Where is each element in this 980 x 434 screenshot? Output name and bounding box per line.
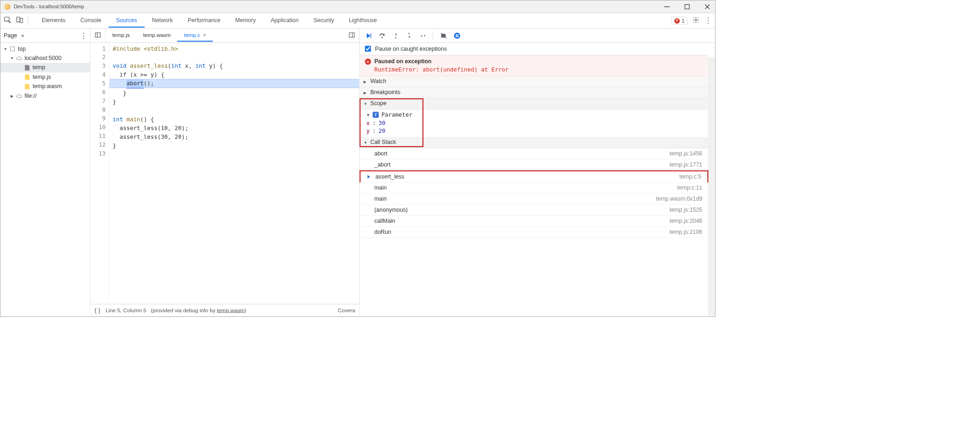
error-count: 1 (681, 18, 684, 24)
svg-rect-8 (349, 33, 354, 37)
svg-point-5 (695, 19, 697, 21)
step-over-button[interactable] (378, 31, 387, 40)
svg-point-13 (408, 33, 410, 34)
inspect-element-icon[interactable] (4, 16, 11, 25)
callstack-frame[interactable]: _abort temp.js:1771 (359, 159, 708, 170)
tree-file-temp-wasm[interactable]: temp.wasm (0, 82, 90, 91)
cursor-position: Line 5, Column 5 (106, 307, 146, 313)
function-badge-icon: f (373, 112, 379, 118)
scrollbar[interactable] (708, 57, 715, 316)
editor-tab-temp-js[interactable]: temp.js (106, 30, 136, 42)
scope-var-y[interactable]: y: 20 (359, 127, 708, 135)
svg-point-14 (424, 35, 425, 36)
editor-tab-temp-wasm[interactable]: temp.wasm (136, 30, 177, 42)
tab-lighthouse[interactable]: Lighthouse (341, 14, 384, 28)
pause-on-caught-checkbox[interactable] (365, 46, 371, 52)
resume-button[interactable] (364, 31, 373, 40)
callstack-frame[interactable]: doRun temp.js:2106 (359, 227, 708, 238)
deactivate-breakpoints-button[interactable] (439, 31, 448, 40)
toggle-debugger-icon[interactable] (348, 34, 355, 39)
coverage-label: Covera (338, 307, 355, 313)
callstack-frame-current[interactable]: assert_less temp.c:5 (359, 170, 708, 182)
svg-rect-0 (664, 6, 670, 7)
scope-var-x[interactable]: x: 30 (359, 119, 708, 127)
callstack-frame[interactable]: main temp.c:11 (359, 183, 708, 194)
tree-origin[interactable]: ▼ localhost:5000 (0, 54, 90, 63)
window-title: DevTools - localhost:5000/temp (14, 4, 84, 9)
window-minimize-button[interactable] (663, 3, 671, 10)
code-content: #include <stdlib.h> void assert_less(int… (109, 43, 359, 316)
tree-file-proto[interactable]: ▶ file:// (0, 91, 90, 101)
pause-on-exceptions-button[interactable] (453, 31, 462, 40)
error-count-badge[interactable]: ✕ 1 (671, 17, 687, 25)
kebab-menu-icon[interactable]: ⋮ (704, 16, 712, 25)
step-out-button[interactable] (405, 31, 413, 40)
editor-tabbar: temp.js temp.wasm temp.c × (90, 29, 359, 43)
exception-message: RuntimeError: abort(undefined) at Error (365, 66, 703, 73)
tab-console[interactable]: Console (73, 14, 109, 28)
cloud-icon (16, 93, 23, 100)
navigator-tab-page[interactable]: Page (4, 32, 17, 39)
exception-title: Paused on exception (374, 58, 431, 65)
callstack-frame[interactable]: main temp.wasm:0x1d9 (359, 194, 708, 205)
debug-source-link[interactable]: temp.wasm (217, 307, 245, 313)
window-close-button[interactable] (704, 3, 711, 10)
editor-statusbar: { } Line 5, Column 5 (provided via debug… (90, 304, 359, 316)
section-scope[interactable]: ▼Scope (359, 98, 708, 109)
svg-point-16 (454, 32, 460, 38)
svg-rect-4 (20, 18, 23, 23)
svg-rect-1 (685, 4, 690, 9)
pretty-print-icon[interactable]: { } (94, 307, 100, 314)
tree-file-temp[interactable]: temp (0, 63, 90, 72)
tree-top[interactable]: ▼ top (0, 44, 90, 54)
tab-network[interactable]: Network (145, 14, 181, 28)
tab-elements[interactable]: Elements (34, 14, 73, 28)
tab-sources[interactable]: Sources (109, 14, 145, 28)
scope-group-parameter[interactable]: ▼ f Parameter (359, 111, 708, 119)
file-icon (25, 65, 29, 71)
tree-file-temp-js[interactable]: temp.js (0, 72, 90, 82)
svg-point-12 (395, 37, 396, 38)
scope-body: ▼ f Parameter x: 30 y: 20 (359, 109, 708, 137)
section-callstack[interactable]: ▼Call Stack (359, 137, 708, 148)
section-watch[interactable]: ▶Watch (359, 76, 708, 87)
close-tab-icon[interactable]: × (203, 32, 206, 38)
file-icon (25, 83, 29, 89)
callstack-frame[interactable]: abort temp.js:1456 (359, 148, 708, 159)
window-titlebar: DevTools - localhost:5000/temp (0, 0, 715, 13)
tab-memory[interactable]: Memory (228, 14, 263, 28)
error-icon: ✕ (674, 18, 680, 24)
callstack-frame[interactable]: (anonymous) temp.js:1525 (359, 205, 708, 216)
device-toolbar-icon[interactable] (16, 16, 23, 25)
svg-point-11 (381, 37, 383, 38)
devtools-app-icon (4, 4, 10, 10)
svg-rect-2 (4, 17, 9, 21)
debugger-toolbar (359, 29, 715, 43)
step-button[interactable] (418, 31, 427, 40)
code-editor[interactable]: 123 456 789 101112 13 #include <stdlib.h… (90, 43, 359, 316)
svg-rect-18 (458, 34, 458, 37)
callstack-list: abort temp.js:1456 _abort temp.js:1771 a… (359, 148, 708, 238)
cloud-icon (16, 55, 23, 62)
line-gutter: 123 456 789 101112 13 (90, 43, 109, 316)
frame-icon (10, 47, 15, 51)
svg-rect-17 (456, 34, 457, 37)
tab-security[interactable]: Security (306, 14, 341, 28)
toggle-navigator-icon[interactable] (94, 31, 101, 40)
window-maximize-button[interactable] (683, 3, 691, 10)
editor-tab-temp-c[interactable]: temp.c × (177, 30, 213, 42)
exception-icon: ✕ (365, 59, 371, 65)
devtools-tabbar: Elements Console Sources Network Perform… (0, 13, 715, 29)
navigator-kebab-icon[interactable]: ⋮ (80, 31, 87, 40)
step-into-button[interactable] (391, 31, 400, 40)
pause-on-caught-row: Pause on caught exceptions (359, 43, 708, 55)
svg-rect-10 (370, 33, 371, 38)
tab-performance[interactable]: Performance (180, 14, 228, 28)
section-breakpoints[interactable]: ▶Breakpoints (359, 87, 708, 98)
settings-gear-icon[interactable] (692, 16, 699, 25)
navigator-header: Page » ⋮ (0, 29, 90, 43)
navigator-more-icon[interactable]: » (21, 32, 24, 39)
tab-application[interactable]: Application (263, 14, 306, 28)
file-icon (25, 74, 29, 80)
callstack-frame[interactable]: callMain temp.js:2046 (359, 216, 708, 227)
